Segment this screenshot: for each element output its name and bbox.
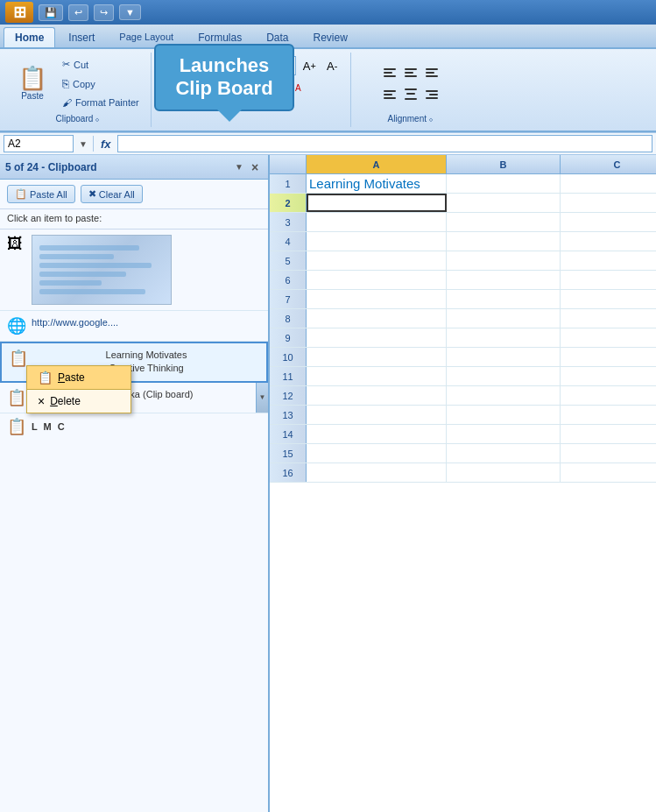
table-row: 5 (270, 251, 656, 271)
tab-review[interactable]: Review (302, 27, 359, 47)
clipboard-item-image[interactable]: 🖼 (0, 229, 268, 311)
cell-b8[interactable] (447, 309, 561, 328)
cell-b7[interactable] (447, 290, 561, 308)
align-middle-button[interactable] (401, 63, 420, 82)
name-box[interactable] (4, 135, 74, 152)
copy-icon: ⎘ (62, 77, 69, 90)
cell-c8[interactable] (561, 309, 656, 328)
cell-c9[interactable] (561, 328, 656, 347)
cell-c13[interactable] (561, 406, 656, 424)
cell-a13[interactable] (307, 406, 447, 424)
quick-access-dropdown[interactable]: ▼ (119, 4, 141, 20)
cell-c3[interactable] (561, 213, 656, 231)
cell-b13[interactable] (447, 406, 561, 424)
cell-c6[interactable] (561, 271, 656, 289)
cell-c5[interactable] (561, 251, 656, 270)
font-shrink-button[interactable]: A- (322, 56, 342, 75)
format-painter-button[interactable]: 🖌 Format Painter (58, 95, 144, 110)
cell-b3[interactable] (447, 213, 561, 231)
col-header-c[interactable]: C (561, 155, 656, 173)
align-top-button[interactable] (380, 63, 399, 82)
cell-a9[interactable] (307, 328, 447, 347)
name-box-arrow[interactable]: ▼ (77, 139, 89, 149)
cell-b6[interactable] (447, 271, 561, 289)
cell-a8[interactable] (307, 309, 447, 328)
cell-a12[interactable] (307, 386, 447, 405)
cell-c12[interactable] (561, 386, 656, 405)
cell-b1[interactable] (447, 174, 561, 193)
cut-button[interactable]: ✂ Cut (58, 56, 144, 73)
cell-c7[interactable] (561, 290, 656, 308)
col-header-b[interactable]: B (447, 155, 561, 173)
col-header-a[interactable]: A (307, 155, 447, 173)
cell-b14[interactable] (447, 425, 561, 443)
quick-access-redo[interactable]: ↪ (94, 4, 114, 21)
row-number-4: 4 (270, 232, 307, 251)
clear-all-icon: ✖ (88, 188, 96, 200)
cell-a5[interactable] (307, 251, 447, 270)
spreadsheet: A B C 1 Learning Motivates 2 📋 (270, 155, 656, 812)
align-center-button[interactable] (401, 85, 420, 104)
cell-a2[interactable]: 📋 (307, 194, 447, 212)
cell-b2[interactable] (447, 194, 561, 212)
cell-c16[interactable] (561, 463, 656, 482)
alignment-group-arrow[interactable]: ⬦ (428, 114, 434, 124)
cell-a11[interactable] (307, 367, 447, 385)
clear-all-button[interactable]: ✖ Clear All (81, 185, 143, 203)
align-right-button[interactable] (422, 85, 441, 104)
quick-access-undo[interactable]: ↩ (68, 4, 88, 21)
align-left-button[interactable] (380, 85, 399, 104)
clipboard-item-lmc[interactable]: 📋 L M C (0, 413, 268, 440)
cell-b9[interactable] (447, 328, 561, 347)
cell-a14[interactable] (307, 425, 447, 443)
cell-b5[interactable] (447, 251, 561, 270)
cell-b15[interactable] (447, 444, 561, 462)
context-menu-delete[interactable]: × Delete (27, 390, 130, 413)
cell-a15[interactable] (307, 444, 447, 462)
cell-a3[interactable] (307, 213, 447, 231)
row-num-header (270, 155, 307, 173)
cell-b10[interactable] (447, 348, 561, 366)
clipboard-item-learning-icon: 📋 (9, 349, 28, 368)
cell-c2[interactable] (561, 194, 656, 212)
table-row: 1 Learning Motivates (270, 174, 656, 194)
cell-a7[interactable] (307, 290, 447, 308)
cell-a4[interactable] (307, 232, 447, 251)
paste-button[interactable]: 📋 Paste (12, 62, 53, 105)
copy-button[interactable]: ⎘ Copy (58, 74, 144, 93)
alignment-buttons-top (380, 63, 441, 82)
cell-a16[interactable] (307, 463, 447, 482)
tab-insert[interactable]: Insert (57, 27, 106, 47)
cell-a1[interactable]: Learning Motivates (307, 174, 447, 193)
office-logo[interactable]: ⊞ (5, 2, 33, 23)
item-scrollbar[interactable]: ▼ (256, 383, 268, 413)
clipboard-items: 🖼 🌐 (0, 229, 268, 812)
clipboard-group-arrow[interactable]: ⬦ (95, 114, 100, 124)
clipboard-item-url[interactable]: 🌐 http://www.google.... (0, 311, 268, 342)
cell-c10[interactable] (561, 348, 656, 366)
cell-c1[interactable] (561, 174, 656, 193)
cell-a10[interactable] (307, 348, 447, 366)
cell-c11[interactable] (561, 367, 656, 385)
quick-access-save[interactable]: 💾 (39, 4, 63, 21)
clipboard-group-label: Clipboard ⬦ (55, 114, 100, 124)
paste-all-button[interactable]: 📋 Paste All (7, 185, 75, 203)
clipboard-close-button[interactable]: × (247, 159, 263, 175)
cell-b12[interactable] (447, 386, 561, 405)
align-bottom-button[interactable] (422, 63, 441, 82)
formula-input[interactable] (117, 135, 652, 152)
context-menu-paste[interactable]: 📋 Paste (27, 366, 130, 390)
cell-c14[interactable] (561, 425, 656, 443)
cell-b11[interactable] (447, 367, 561, 385)
tab-home[interactable]: Home (4, 27, 55, 47)
cell-c4[interactable] (561, 232, 656, 251)
cell-b4[interactable] (447, 232, 561, 251)
format-painter-icon: 🖌 (62, 97, 72, 108)
clipboard-dropdown-button[interactable]: ▼ (231, 159, 247, 175)
cell-a6[interactable] (307, 271, 447, 289)
clipboard-group-name: Clipboard (55, 114, 93, 124)
cell-b16[interactable] (447, 463, 561, 482)
font-grow-button[interactable]: A+ (300, 56, 319, 75)
cell-c15[interactable] (561, 444, 656, 462)
row-number-16: 16 (270, 463, 307, 482)
